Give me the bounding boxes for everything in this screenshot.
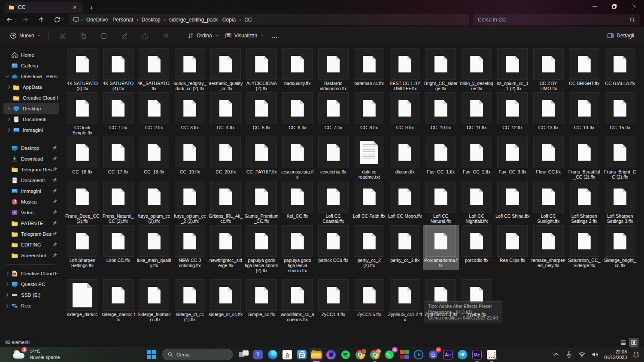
chevron-right-icon[interactable]: [6, 106, 12, 112]
teams-icon[interactable]: T: [252, 348, 264, 361]
file-item[interactable]: CC_3.ffx: [172, 92, 208, 131]
file-item[interactable]: siderge_irl_cc.ffx: [208, 279, 244, 317]
file-item[interactable]: CC_15.ffx: [602, 92, 638, 131]
forward-icon[interactable]: [22, 16, 29, 23]
file-item[interactable]: remake_sharpened_nely.ffx: [531, 225, 567, 268]
file-item[interactable]: CC_20.ffx: [208, 137, 244, 175]
telegram-icon[interactable]: [456, 348, 469, 361]
explorer-tab[interactable]: CC ✕: [4, 2, 82, 13]
copy-button[interactable]: [73, 30, 94, 42]
file-item[interactable]: ZyCC1.4.ffx: [316, 279, 352, 317]
weather-widget[interactable]: 1 14°C Nuvole sparse: [13, 348, 60, 360]
sidebar-item-creative-cloud-files[interactable]: ccCreative Cloud Files: [2, 268, 59, 279]
file-item[interactable]: papulya godo figa lercia sborro.ffx: [279, 225, 316, 273]
wifi-icon[interactable]: [578, 351, 586, 358]
file-item[interactable]: CC_6.ffx: [279, 92, 316, 131]
file-item[interactable]: CC GIALLA.ffx: [602, 48, 638, 86]
file-item[interactable]: CC_19.ffx: [172, 137, 208, 175]
file-item[interactable]: CC BRIGHT.ffx: [566, 48, 602, 86]
file-item[interactable]: Porcamadonna.ffx: [423, 225, 459, 270]
notifications-bell-icon[interactable]: z: [632, 351, 640, 358]
microsoft-store-icon[interactable]: [295, 348, 308, 361]
file-item[interactable]: Lofi CC Faith.ffx: [351, 181, 387, 219]
file-item[interactable]: Kei_CC.ffx: [279, 181, 316, 219]
sidebar-item-appdata[interactable]: AppData: [3, 82, 59, 92]
file-item[interactable]: ZyphiuS_cc1.2.ffx: [387, 279, 423, 322]
breadcrumb-item[interactable]: OneDrive - Personal: [84, 17, 136, 23]
file-item[interactable]: luke_main_quality.ffx: [136, 225, 172, 268]
file-item[interactable]: Bright_CC_siderge.ffx: [423, 48, 459, 91]
share-button[interactable]: [135, 30, 155, 42]
paste-button[interactable]: [94, 30, 114, 42]
task-view-icon[interactable]: [237, 348, 250, 361]
spotify-icon[interactable]: [339, 348, 352, 361]
restore-button[interactable]: [605, 0, 624, 13]
sidebar-item-screenshot[interactable]: Screenshot: [2, 250, 59, 261]
sidebar-item-creative-cloud-files[interactable]: Creative Cloud Files: [3, 92, 59, 103]
file-item[interactable]: CC_2.ffx: [136, 92, 172, 131]
file-item[interactable]: Gristos_IRL_4k_cc.ffx: [208, 181, 244, 224]
rename-button[interactable]: [114, 30, 135, 42]
file-item[interactable]: CC_9.ffx: [387, 92, 423, 131]
file-item[interactable]: 4K SATURATO (3).ffx: [64, 48, 100, 91]
file-item[interactable]: Fav_CC_1.ffx: [423, 137, 459, 175]
file-item[interactable]: Frans_Deep_CC (2).ffx: [64, 181, 100, 224]
file-item[interactable]: Frans_Natural_CC (2).ffx: [100, 181, 137, 224]
file-item[interactable]: CC_8.ffx: [351, 92, 387, 131]
close-button[interactable]: [624, 0, 644, 13]
minimize-button[interactable]: [585, 0, 605, 13]
file-item[interactable]: Lofi CC Shine.ffx: [495, 181, 531, 219]
file-item[interactable]: CC_1.ffx: [100, 92, 137, 131]
media-encoder-icon[interactable]: Me: [471, 348, 483, 361]
sidebar-item-immagini[interactable]: Immagini: [2, 186, 59, 196]
taskbar-search-input[interactable]: Cerca: [162, 349, 233, 360]
microphone-icon[interactable]: [565, 351, 573, 358]
file-item[interactable]: CC_12.ffx: [495, 92, 531, 131]
icons-view-toggle[interactable]: [629, 338, 638, 346]
tiles-app-icon[interactable]: [398, 348, 410, 361]
file-item[interactable]: Frans_Beautiful_CC (2).ffx: [566, 137, 602, 180]
file-item[interactable]: brillo_y_desefoque.ffx: [459, 48, 495, 91]
file-item[interactable]: Saturation_CC_Siderge.ffx: [566, 225, 602, 268]
file-item[interactable]: siderge_irl_cc (1).ffx: [172, 279, 208, 322]
file-item[interactable]: CC_7.ffx: [316, 92, 352, 131]
file-item[interactable]: CC_13.ffx: [531, 92, 567, 131]
file-item[interactable]: Lofi Sharpen Settings 3.ffx: [602, 181, 638, 224]
sidebar-item-musica[interactable]: Musica: [2, 196, 59, 207]
sidebar-item-desktop[interactable]: Desktop: [2, 143, 59, 153]
file-item[interactable]: perky_cc_2.ffx: [387, 225, 423, 263]
clock[interactable]: 22:08 01/12/2023: [604, 349, 627, 360]
sidebar-item-onedrive-personal[interactable]: OneDrive - Personal: [2, 71, 59, 82]
file-item[interactable]: ccsconosciuta.ffx: [279, 137, 316, 180]
hidden-icons-chevron-icon[interactable]: [553, 351, 560, 358]
whatsapp-icon[interactable]: 5: [383, 348, 396, 361]
file-item[interactable]: Siderge_bright_cc.ffx: [602, 225, 638, 268]
chevron-right-icon[interactable]: [4, 292, 10, 298]
sidebar-item-immagini[interactable]: Immagini: [3, 125, 59, 135]
file-item[interactable]: Bastardo iddioporco.ffx: [316, 48, 352, 91]
details-view-toggle[interactable]: [619, 338, 627, 346]
chevron-right-icon[interactable]: [6, 127, 12, 133]
sidebar-item-ssd-e-[interactable]: SSD (E:): [2, 289, 59, 300]
file-item[interactable]: CC_14.ffx: [566, 92, 602, 131]
discord-icon[interactable]: 9+: [427, 348, 440, 361]
file-item[interactable]: CC_16.ffx: [64, 137, 100, 175]
file-item[interactable]: Lofi Sharpen Settings 2.ffx: [566, 181, 602, 224]
file-item[interactable]: Lofi CC Nightfall.ffx: [459, 181, 495, 224]
file-item[interactable]: CC_17.ffx: [100, 137, 137, 175]
media-player-icon[interactable]: [412, 348, 425, 361]
up-icon[interactable]: [38, 16, 45, 23]
file-item[interactable]: CC_PAYHIP.ffx: [244, 137, 280, 175]
file-item[interactable]: siderge_darkcc: [64, 279, 100, 317]
volume-icon[interactable]: [591, 351, 598, 358]
sidebar-item-home[interactable]: Home: [2, 49, 59, 60]
cut-button[interactable]: [52, 30, 73, 42]
edge-icon[interactable]: [266, 348, 279, 361]
sidebar-item-video[interactable]: Video: [2, 207, 59, 218]
file-item[interactable]: Lofi Sharpen Settings.ffx: [64, 225, 100, 268]
chrome-profile-2-icon[interactable]: [368, 348, 381, 361]
file-item[interactable]: Frans_Bright_CC (2).ffx: [602, 137, 638, 180]
file-item[interactable]: furys_opium_cc_2 (2).ffx: [172, 181, 208, 224]
file-item[interactable]: Lofi CC Natural.ffx: [423, 181, 459, 224]
file-item[interactable]: Gumis_Premium_CC.ffx: [244, 181, 280, 224]
